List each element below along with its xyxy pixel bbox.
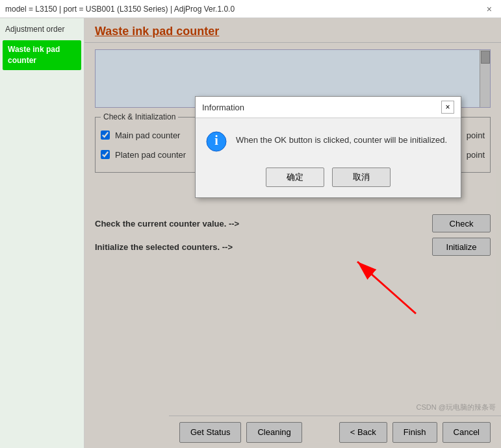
sidebar-item-waste-ink[interactable]: Waste ink pad counter xyxy=(3,40,81,70)
dialog-title: Information xyxy=(202,103,244,112)
content-area: Waste ink pad counter Check & Initializa… xyxy=(84,18,501,448)
title-bar: model = L3150 | port = USB001 (L3150 Ser… xyxy=(0,0,501,18)
dialog-cancel-button[interactable]: 取消 xyxy=(332,168,391,187)
svg-text:i: i xyxy=(214,133,218,147)
sidebar-header: Adjustment order xyxy=(3,23,81,35)
dialog-footer: 确定 取消 xyxy=(196,162,461,197)
dialog-ok-button[interactable]: 确定 xyxy=(266,168,324,187)
info-icon: i xyxy=(206,131,227,152)
modal-overlay: Information × i When the OK button is cl… xyxy=(84,18,501,448)
main-container: Adjustment order Waste ink pad counter W… xyxy=(0,18,501,448)
dialog-close-button[interactable]: × xyxy=(441,101,454,114)
window-close-button[interactable]: × xyxy=(483,3,496,16)
dialog-message: When the OK button is clicked, counter w… xyxy=(236,131,447,147)
dialog-title-bar: Information × xyxy=(196,97,461,118)
information-dialog: Information × i When the OK button is cl… xyxy=(195,96,461,198)
dialog-body: i When the OK button is clicked, counter… xyxy=(196,118,461,162)
title-bar-text: model = L3150 | port = USB001 (L3150 Ser… xyxy=(5,5,235,14)
sidebar: Adjustment order Waste ink pad counter xyxy=(0,18,84,448)
